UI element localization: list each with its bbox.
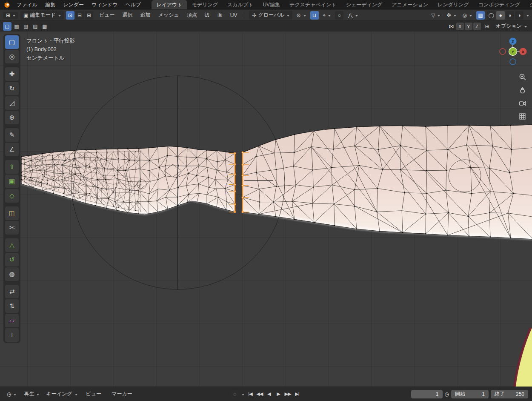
shading-dropdown-icon[interactable] bbox=[526, 15, 529, 17]
current-frame-field[interactable]: 1 bbox=[411, 390, 443, 398]
tool-bevel[interactable]: ◇ bbox=[5, 189, 19, 203]
timeline-editor-type-button[interactable]: ◷ bbox=[4, 391, 19, 398]
mirror-x-button[interactable]: X bbox=[456, 23, 464, 30]
axis-z-negative[interactable] bbox=[510, 59, 516, 65]
viewport-menu-item[interactable]: 頂点 bbox=[183, 11, 201, 19]
timeline-marker-menu[interactable]: マーカー bbox=[108, 390, 136, 398]
viewport-3d[interactable]: フロント・平行投影 (1) Body.002 センチメートル ▢◎✚↻◿⊕✎∠⇧… bbox=[0, 32, 532, 387]
workspace-tab[interactable]: コンポジティング bbox=[474, 0, 525, 9]
visibility-filter-dropdown[interactable]: ▽ bbox=[429, 12, 442, 19]
perspective-grid-icon[interactable] bbox=[518, 112, 527, 121]
axis-x-positive[interactable]: X bbox=[520, 48, 527, 55]
snap-settings-dropdown[interactable]: ⌖ bbox=[321, 12, 333, 19]
viewport-menu-item[interactable]: 面 bbox=[214, 11, 226, 19]
options-dropdown[interactable]: オプション bbox=[494, 22, 529, 31]
select-mode-vertex[interactable]: ⊡ bbox=[66, 11, 74, 20]
tool-shear[interactable]: ▱ bbox=[5, 314, 19, 327]
tool-cursor[interactable]: ◎ bbox=[5, 50, 19, 63]
axis-y-positive[interactable]: Y bbox=[509, 48, 517, 56]
mode-dropdown[interactable]: ▣ 編集モード bbox=[20, 11, 64, 20]
mirror-z-button[interactable]: Z bbox=[473, 23, 481, 30]
viewport-menu-item[interactable]: UV bbox=[226, 11, 241, 19]
axis-x-negative[interactable] bbox=[500, 49, 506, 54]
shading-rendered[interactable]: ◑ bbox=[515, 11, 523, 20]
tool-transform[interactable]: ⊕ bbox=[5, 111, 19, 124]
camera-view-icon[interactable] bbox=[518, 99, 527, 108]
workspace-tab[interactable]: ジオメトリノード bbox=[525, 0, 532, 9]
tool-loop-cut[interactable]: ◫ bbox=[5, 206, 19, 220]
shading-wireframe[interactable]: ◯ bbox=[487, 11, 495, 20]
top-menu-item[interactable]: ファイル bbox=[13, 0, 41, 9]
workspace-tab[interactable]: UV編集 bbox=[258, 0, 285, 9]
overlays-dropdown[interactable]: ◎ bbox=[460, 12, 474, 19]
axis-z-positive[interactable]: Z bbox=[509, 38, 517, 45]
select-option-2[interactable]: ▧ bbox=[22, 22, 30, 31]
top-menu-item[interactable]: 編集 bbox=[41, 0, 59, 9]
blender-logo-icon[interactable] bbox=[0, 0, 13, 9]
playback-prev-keyframe[interactable]: ◀◀ bbox=[255, 390, 264, 398]
select-option-0[interactable]: ▢ bbox=[3, 22, 11, 31]
tool-spin[interactable]: ↺ bbox=[5, 253, 19, 266]
tool-scale[interactable]: ◿ bbox=[5, 96, 19, 110]
mesh-canvas[interactable] bbox=[0, 32, 532, 387]
timeline-view-menu[interactable]: ビュー bbox=[82, 390, 106, 398]
tool-smooth[interactable]: ◍ bbox=[5, 267, 19, 281]
viewport-menu-item[interactable]: 追加 bbox=[137, 11, 154, 19]
playback-play-reverse[interactable]: ◀ bbox=[265, 390, 273, 398]
orientation-dropdown[interactable]: ✢ グローバル bbox=[249, 11, 292, 20]
shading-material-preview[interactable]: ◕ bbox=[506, 11, 514, 20]
playback-play-forward[interactable]: ▶ bbox=[274, 390, 283, 398]
workspace-tab[interactable]: テクスチャペイント bbox=[285, 0, 341, 9]
navigation-gizmo[interactable]: Z X Y bbox=[496, 35, 529, 68]
playback-next-keyframe[interactable]: ▶▶ bbox=[283, 390, 292, 398]
select-option-3[interactable]: ▨ bbox=[31, 22, 40, 31]
shading-solid[interactable]: ● bbox=[496, 11, 505, 20]
top-menu-item[interactable]: ウィンドウ bbox=[88, 0, 121, 9]
workspace-tab[interactable]: シェーディング bbox=[341, 0, 387, 9]
falloff-dropdown[interactable]: 八 bbox=[346, 12, 360, 19]
viewport-menu-item[interactable]: ビュー bbox=[95, 11, 119, 19]
tool-knife[interactable]: ✄ bbox=[5, 221, 19, 235]
snap-toggle[interactable]: ⊔ bbox=[310, 11, 319, 20]
workspace-tab[interactable]: モデリング bbox=[187, 0, 223, 9]
xray-toggle[interactable]: ▥ bbox=[476, 11, 485, 20]
workspace-tab[interactable]: レイアウト bbox=[152, 0, 187, 9]
viewport-menu-item[interactable]: 選択 bbox=[119, 11, 137, 19]
select-mode-face[interactable]: ⊞ bbox=[85, 11, 93, 20]
tool-poly-build[interactable]: △ bbox=[5, 238, 19, 252]
editor-type-button[interactable]: ⊞ bbox=[3, 12, 18, 19]
playback-jump-to-end[interactable]: ▶| bbox=[293, 390, 301, 398]
viewport-menu-item[interactable]: 辺 bbox=[201, 11, 214, 19]
select-option-1[interactable]: ▦ bbox=[12, 22, 21, 31]
tool-select-box[interactable]: ▢ bbox=[5, 35, 19, 49]
mirror-y-button[interactable]: Y bbox=[465, 23, 472, 30]
auto-keying-toggle[interactable]: ◌ bbox=[231, 390, 239, 398]
tool-extrude-region[interactable]: ⇧ bbox=[5, 160, 19, 174]
top-menu-item[interactable]: ヘルプ bbox=[121, 0, 145, 9]
tool-measure[interactable]: ∠ bbox=[5, 143, 19, 156]
select-option-4[interactable]: ▩ bbox=[40, 22, 49, 31]
pivot-point-dropdown[interactable]: ⊙ bbox=[295, 12, 308, 19]
keying-menu[interactable]: キーイング bbox=[44, 390, 79, 398]
tool-inset-faces[interactable]: ▣ bbox=[5, 175, 19, 188]
snap-individual-toggle[interactable]: ⊞ bbox=[483, 22, 492, 31]
workspace-tab[interactable]: スカルプト bbox=[223, 0, 258, 9]
tool-shrink-fatten[interactable]: ⇅ bbox=[5, 299, 19, 313]
frame-end-field[interactable]: 終了 250 bbox=[491, 390, 528, 398]
tool-rotate[interactable]: ↻ bbox=[5, 82, 19, 95]
zoom-icon[interactable] bbox=[518, 72, 527, 82]
tool-edge-slide[interactable]: ⇄ bbox=[5, 285, 19, 298]
gizmos-dropdown[interactable]: ✜ bbox=[444, 12, 458, 19]
workspace-tab[interactable]: レンダリング bbox=[433, 0, 474, 9]
playback-menu[interactable]: 再生 bbox=[22, 390, 41, 398]
viewport-menu-item[interactable]: メッシュ bbox=[154, 11, 183, 19]
playback-jump-to-start[interactable]: |◀ bbox=[246, 390, 255, 398]
pan-hand-icon[interactable] bbox=[518, 86, 527, 95]
top-menu-item[interactable]: レンダー bbox=[59, 0, 88, 9]
tool-annotate[interactable]: ✎ bbox=[5, 128, 19, 142]
frame-start-field[interactable]: 開始 1 bbox=[451, 390, 489, 398]
proportional-editing-toggle[interactable]: ○ bbox=[335, 11, 343, 20]
tool-move[interactable]: ✚ bbox=[5, 67, 19, 81]
tool-rip-region[interactable]: ⊥ bbox=[5, 328, 19, 342]
workspace-tab[interactable]: アニメーション bbox=[387, 0, 433, 9]
